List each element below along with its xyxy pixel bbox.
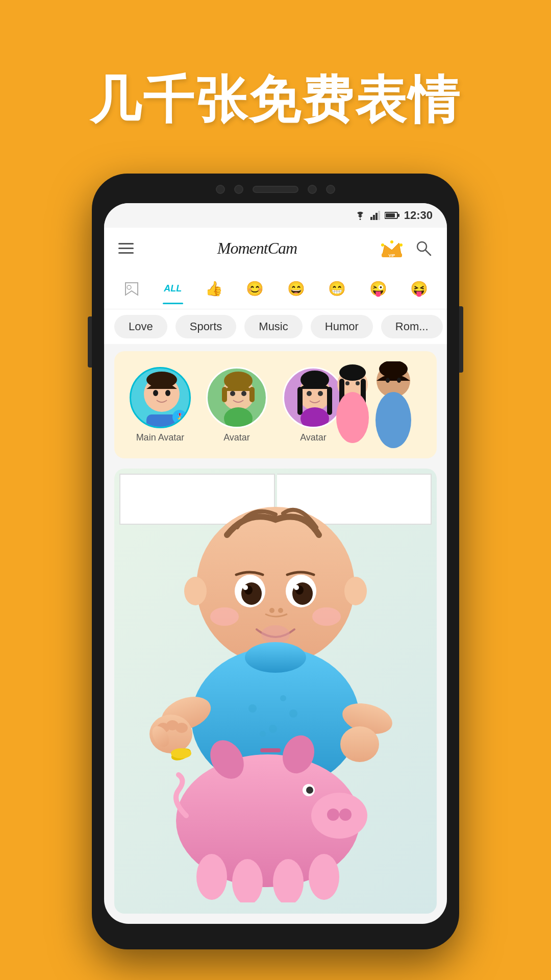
svg-rect-6 (398, 214, 399, 217)
svg-text:VIP: VIP (389, 253, 396, 257)
svg-point-67 (289, 709, 297, 718)
status-time: 12:30 (404, 209, 433, 222)
phone-top-bar (216, 185, 335, 194)
tab-favorites[interactable] (114, 274, 149, 304)
tab-smile[interactable]: 😄 (279, 274, 314, 304)
tab-wave[interactable]: 😊 (238, 274, 273, 304)
svg-point-46 (375, 392, 411, 448)
tab-all-label: ALL (164, 283, 182, 294)
svg-point-36 (339, 364, 366, 381)
tab-all[interactable]: ALL (156, 274, 191, 304)
svg-point-48 (184, 577, 207, 605)
battery-icon (385, 211, 400, 219)
page-title: 几千张免费表情 (0, 66, 551, 135)
phone-wrapper: 12:30 MomentCam VIP (92, 174, 459, 949)
vip-crown-icon[interactable]: VIP (381, 239, 403, 257)
svg-point-64 (245, 642, 306, 673)
couple-illustration (314, 361, 427, 448)
svg-point-66 (269, 725, 277, 733)
svg-point-56 (243, 585, 248, 590)
svg-point-10 (381, 243, 384, 247)
phone-screen: 12:30 MomentCam VIP (104, 203, 447, 924)
svg-rect-24 (249, 387, 255, 402)
svg-point-77 (340, 726, 379, 762)
svg-point-82 (327, 808, 339, 821)
main-avatar-label: Main Avatar (136, 432, 185, 443)
tab-tongue[interactable]: 😝 (402, 274, 437, 304)
header-right: VIP (381, 239, 433, 257)
svg-point-19 (165, 390, 170, 396)
svg-point-83 (339, 808, 352, 821)
sensor-dot (326, 185, 335, 194)
hamburger-menu[interactable] (118, 243, 134, 254)
svg-point-25 (230, 391, 235, 396)
baby-illustration (135, 494, 416, 902)
svg-point-39 (345, 381, 349, 385)
main-avatar-item[interactable]: 🎖️ Main Avatar (130, 367, 191, 443)
svg-point-92 (309, 854, 339, 900)
svg-point-62 (312, 607, 341, 626)
svg-point-60 (261, 625, 290, 644)
category-icons-row: ALL 👍 😊 😄 😁 😜 😝 (104, 268, 447, 309)
svg-point-18 (153, 390, 158, 396)
avatar2-label: Avatar (223, 432, 250, 443)
tab-thumbsup[interactable]: 👍 (196, 274, 232, 304)
svg-line-14 (425, 250, 431, 255)
svg-point-69 (280, 695, 286, 701)
app-header: MomentCam VIP (104, 228, 447, 268)
svg-point-68 (260, 731, 266, 737)
svg-rect-2 (375, 213, 378, 220)
svg-point-44 (386, 378, 390, 383)
speaker-bar (253, 186, 298, 193)
wifi-icon (354, 211, 366, 220)
svg-marker-7 (383, 243, 401, 254)
svg-point-15 (127, 285, 131, 289)
tag-love[interactable]: Love (114, 315, 167, 338)
svg-point-12 (399, 243, 403, 247)
svg-rect-88 (260, 748, 281, 752)
svg-point-61 (210, 607, 239, 626)
camera-dot-left (216, 185, 225, 194)
svg-rect-0 (370, 217, 372, 220)
svg-rect-5 (386, 213, 395, 217)
svg-point-81 (311, 793, 367, 839)
tag-sports[interactable]: Sports (176, 315, 237, 338)
tag-humor[interactable]: Humor (311, 315, 373, 338)
svg-point-87 (306, 787, 313, 794)
svg-rect-1 (373, 215, 375, 220)
signal-icon (370, 211, 381, 220)
svg-point-65 (248, 704, 257, 713)
svg-point-58 (269, 608, 274, 613)
illustration-section (114, 469, 437, 914)
svg-point-49 (344, 577, 367, 605)
avatar-section: 🎖️ Main Avatar (114, 351, 437, 458)
app-logo: MomentCam (217, 239, 297, 258)
tab-wink[interactable]: 😜 (361, 274, 396, 304)
svg-rect-23 (222, 387, 227, 402)
svg-point-32 (307, 391, 312, 396)
svg-point-11 (390, 240, 393, 243)
side-button-left (88, 316, 92, 368)
side-button-right (459, 306, 463, 373)
svg-point-27 (224, 407, 253, 428)
svg-point-74 (176, 723, 188, 733)
status-bar: 12:30 (104, 203, 447, 228)
search-icon[interactable] (414, 239, 433, 257)
svg-point-40 (356, 381, 360, 385)
svg-point-26 (241, 391, 246, 396)
svg-rect-30 (297, 387, 303, 415)
svg-rect-3 (378, 211, 380, 220)
tag-music[interactable]: Music (244, 315, 302, 338)
camera-dot-right (308, 185, 317, 194)
svg-point-59 (278, 608, 283, 613)
svg-point-57 (294, 585, 299, 590)
svg-point-79 (171, 748, 191, 758)
tags-row: Love Sports Music Humor Rom... (104, 309, 447, 344)
avatar2-item[interactable]: Avatar (206, 367, 267, 443)
main-avatar-badge: 🎖️ (172, 410, 187, 424)
svg-point-41 (336, 392, 369, 443)
svg-point-89 (196, 854, 227, 900)
tag-romance[interactable]: Rom... (381, 315, 443, 338)
tab-grin[interactable]: 😁 (320, 274, 355, 304)
svg-point-45 (397, 378, 401, 383)
